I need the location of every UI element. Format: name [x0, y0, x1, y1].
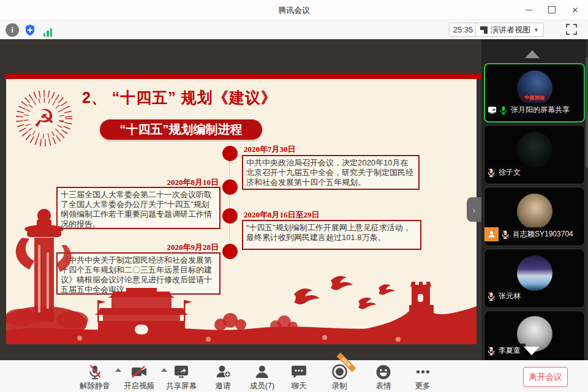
leave-meeting-button[interactable]: 离开会议: [523, 367, 568, 387]
meeting-timer: 25:35: [449, 23, 477, 37]
slide-red-bar: [5, 74, 481, 79]
avatar: [517, 132, 552, 167]
maximize-button[interactable]: [543, 2, 561, 18]
participant-name: 肖志颖SY1903704: [513, 229, 573, 239]
slide-title: 2、 “十四五” 规划《建议》: [82, 88, 339, 108]
party-emblem-icon: ☭: [15, 89, 74, 148]
view-selector-label: 演讲者视图: [491, 24, 530, 36]
timeline-dot: [222, 179, 238, 195]
mic-muted-icon: [487, 346, 496, 356]
unmute-button[interactable]: 解除静音: [80, 364, 110, 391]
network-quality-icon[interactable]: [41, 23, 55, 37]
emoji-button[interactable]: 表情: [375, 364, 392, 391]
participant-name: 张月阳的屏幕共享: [511, 105, 570, 115]
share-screen-button[interactable]: 共享屏幕: [166, 364, 197, 391]
mic-muted-icon: [501, 230, 510, 239]
window-title: 腾讯会议: [0, 5, 588, 16]
participant-name: 徐子文: [499, 167, 521, 178]
chat-bubble-icon: [291, 364, 307, 380]
bottom-toolbar: 解除静音 开启视频 共享屏幕 邀请 成员(7): [0, 360, 588, 392]
slide-subtitle: “十四五”规划编制进程: [100, 119, 262, 140]
share-screen-icon: [173, 364, 190, 380]
close-button[interactable]: ✕: [566, 2, 584, 18]
timeline-text: 中共中央政治局召开会议，决定2020年10月在北京召开十九届五中全会，研究关于制…: [242, 155, 420, 190]
screen-share-icon: [488, 105, 497, 115]
chevron-down-icon: ▼: [533, 27, 539, 33]
camera-off-icon: [131, 364, 148, 380]
mic-muted-icon: [87, 364, 104, 380]
presentation-slide: ☭ 2、 “十四五” 规划《建议》 “十四五”规划编制进程 2020年7月30日…: [6, 79, 477, 344]
mic-on-icon: [499, 105, 508, 115]
record-button[interactable]: NEW 录制: [331, 364, 348, 391]
sidebar-scrollbar[interactable]: [586, 39, 588, 360]
sidebar-collapse-tab[interactable]: ›: [467, 197, 481, 222]
start-video-button[interactable]: 开启视频: [124, 364, 154, 391]
ellipsis-icon: [415, 364, 431, 380]
mic-muted-icon: [487, 292, 496, 301]
fullscreen-icon[interactable]: [566, 24, 577, 35]
chat-button[interactable]: 聊天: [291, 364, 307, 391]
participant-name: 李夏童: [499, 345, 521, 356]
minimize-button[interactable]: [519, 2, 538, 18]
timeline-dot: [222, 146, 238, 161]
invite-person-icon: [215, 364, 232, 380]
person-icon: [254, 364, 271, 380]
timeline-date: 2020年7月30日: [244, 144, 296, 155]
scroll-down-icon[interactable]: [524, 347, 540, 355]
member-badge-icon: [484, 227, 499, 241]
avatar: 中国加油: [517, 70, 552, 106]
security-shield-icon[interactable]: [23, 23, 37, 37]
invite-button[interactable]: 邀请: [215, 364, 232, 391]
record-icon: NEW: [331, 364, 348, 380]
participant-tile[interactable]: 徐子文: [484, 125, 585, 184]
meeting-window: 腾讯会议 ✕ i 25:35 演讲者视图 ▼: [0, 0, 588, 392]
participant-tile-sharing[interactable]: 中国加油 张月阳的屏幕共享: [484, 63, 585, 123]
mic-options-caret[interactable]: [115, 368, 121, 372]
participant-tile[interactable]: 肖志颖SY1903704: [484, 187, 585, 246]
view-selector[interactable]: 演讲者视图 ▼: [475, 23, 544, 37]
smiley-icon: [375, 364, 392, 380]
participants-sidebar: 中国加油 张月阳的屏幕共享 徐子文: [481, 39, 588, 360]
avatar-caption: 中国加油: [517, 94, 552, 101]
meeting-info-icon[interactable]: i: [6, 23, 19, 37]
avatar: [517, 194, 552, 229]
scroll-up-icon[interactable]: [525, 50, 540, 58]
mic-muted-icon: [487, 168, 496, 178]
papercut-artwork: [6, 202, 477, 344]
more-button[interactable]: 更多: [415, 364, 431, 391]
members-button[interactable]: 成员(7): [250, 364, 274, 391]
status-toolbar: i 25:35 演讲者视图 ▼: [0, 20, 588, 39]
participant-tile[interactable]: 张元林: [484, 249, 585, 308]
participant-name: 张元林: [499, 291, 521, 301]
layout-view-icon: [480, 26, 488, 34]
shared-screen-stage: ☭ 2、 “十四五” 规划《建议》 “十四五”规划编制进程 2020年7月30日…: [0, 39, 481, 360]
title-bar: 腾讯会议 ✕: [0, 0, 588, 20]
avatar: [517, 255, 552, 291]
